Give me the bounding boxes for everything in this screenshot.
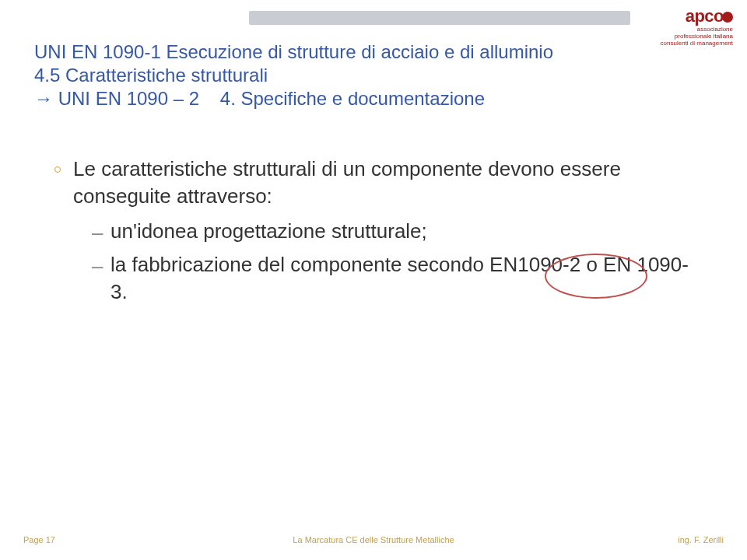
dash-icon: – (92, 219, 103, 247)
logo: apco associazione professionale italiana… (640, 8, 733, 47)
bullet-main-text: Le caratteristiche strutturali di un com… (73, 156, 700, 210)
footer: Page 17 La Marcatura CE delle Strutture … (0, 529, 747, 544)
slide: apco associazione professionale italiana… (0, 0, 747, 560)
title-line3-suffix: 4. Specifiche e documentazione (220, 88, 485, 109)
logo-line3: consulenti di management (640, 40, 733, 47)
sub-item: – un'idonea progettazione strutturale; (92, 218, 700, 247)
sub-item-text: un'idonea progettazione strutturale; (110, 218, 427, 245)
logo-text: apco (686, 6, 724, 26)
title-line3: → UNI EN 1090 – 2 4. Specifiche e docume… (34, 87, 622, 110)
logo-name: apco (640, 8, 733, 25)
dash-icon: – (92, 253, 103, 280)
bullet-dot-icon (54, 166, 61, 173)
bullet-main: Le caratteristiche strutturali di un com… (54, 156, 700, 210)
footer-center: La Marcatura CE delle Strutture Metallic… (0, 535, 747, 544)
logo-subtext: associazione professionale italiana cons… (640, 26, 733, 47)
title-line2: 4.5 Caratteristiche strutturali (34, 64, 622, 87)
title-line3-prefix: → UNI EN 1090 – 2 (34, 88, 199, 109)
accent-bar (249, 11, 630, 25)
highlight-ellipse (545, 254, 647, 299)
footer-right: ing. F. Zerilli (678, 535, 724, 544)
title-line1: UNI EN 1090-1 Esecuzione di strutture di… (34, 40, 622, 64)
logo-dot-icon (722, 12, 733, 23)
title-block: UNI EN 1090-1 Esecuzione di strutture di… (34, 40, 622, 110)
